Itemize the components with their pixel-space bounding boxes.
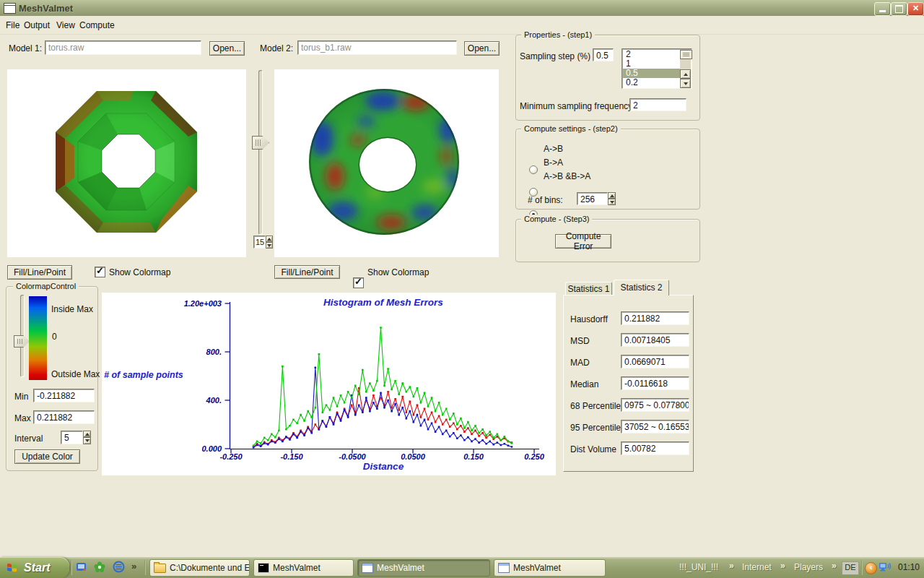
separation-slider-thumb[interactable] [252,136,269,150]
chart-x-axis-label: Distance [225,461,542,472]
toolbar-internet-label[interactable]: Internet [742,562,772,572]
list-option-0p2[interactable]: 0.2 [623,78,680,87]
interval-spin-up[interactable] [83,431,91,437]
menu-output[interactable]: Output [24,20,50,31]
sampling-step-field[interactable]: 0.5 [593,48,614,61]
separation-slider-track[interactable] [258,70,263,235]
sampling-step-listbox[interactable]: 2 1 0.5 0.2 [622,48,692,89]
separation-spin-down[interactable] [266,242,273,249]
model1-open-button[interactable]: Open... [209,41,245,56]
taskbar-button-meshvalmet-active[interactable]: MeshValmet [357,559,490,577]
stat-field-mad[interactable]: 0.0669071 [621,355,689,368]
toolbar-players-label[interactable]: Players [794,562,823,572]
quick-launch-flower-icon[interactable] [94,561,105,573]
model2-open-button[interactable]: Open... [464,41,500,56]
x-tick-label: 0.250 [524,452,544,461]
histogram-chart: Histogram of Mesh Errors # of sample poi… [102,293,556,475]
model1-filename-field[interactable]: torus.raw [45,40,201,55]
fill-line-point-button-right[interactable]: Fill/Line/Point [274,265,340,279]
up-arrow-icon [610,194,614,197]
tab-statistics-1[interactable]: Statistics 1 [565,282,612,296]
minimize-button[interactable] [874,2,891,16]
stat-label-68-percentile: 68 Percentile [570,401,621,411]
toolbar-chevron-3[interactable]: » [832,561,837,571]
tray-hide-icons-button[interactable]: ‹ [865,562,877,574]
scrollbar-up-button[interactable] [680,69,691,79]
stat-label-dist-volume: Dist Volume [570,444,616,454]
interval-field[interactable]: 5 [61,431,83,444]
app-icon [4,3,16,14]
x-tick-label: 0.150 [463,452,484,461]
separation-spinner[interactable] [266,236,273,249]
show-colormap-checkbox-right[interactable] [353,277,364,288]
stat-field-dist-volume[interactable]: 5.00782 [621,441,689,455]
max-field[interactable]: 0.211882 [33,410,95,424]
quick-launch-desktop-icon[interactable] [76,561,87,573]
taskbar-button-console[interactable]: MeshValmet [253,559,354,577]
bins-field[interactable]: 256 [577,192,608,205]
restore-button[interactable] [891,2,907,16]
taskbar-button-explorer[interactable]: C:\Dokumente und Ei... [149,559,250,577]
start-button[interactable]: Start [0,557,69,578]
fill-line-point-button-left[interactable]: Fill/Line/Point [7,265,72,280]
stat-field-95-percentile[interactable]: 37052 ~ 0.165533 [621,420,689,434]
stat-label-median: Median [570,379,598,389]
title-bar[interactable]: MeshValmet [0,0,924,16]
colormap-group-title: ColormapControl [13,282,79,290]
scrollbar-thumb[interactable] [680,50,692,59]
compute-settings-group-title: Compute settings - (step2) [521,124,621,133]
chart-plot-area: 0.000400.800.1.20e+003-0.250-0.150-0.050… [102,293,556,475]
min-label: Min [14,392,28,402]
windows-flag-icon [6,561,19,574]
quick-launch-ie-icon[interactable] [113,561,125,573]
model2-filename-field[interactable]: torus_b1.raw [297,40,457,55]
tray-separator [861,560,863,575]
interval-spin-down[interactable] [83,437,91,444]
menu-file[interactable]: File [6,20,19,31]
close-button[interactable]: ✕ [907,2,924,16]
compute-error-button[interactable]: Compute Error [555,234,611,249]
tab-statistics-2[interactable]: Statistics 2 [614,280,669,296]
quick-launch-separator [71,560,72,575]
min-field[interactable]: -0.211882 [33,389,95,402]
toolbar-uni-label[interactable]: !!!_UNI_!!! [679,562,718,572]
bins-spin-up[interactable] [608,192,616,199]
series-b-a [253,387,513,448]
toolbar-chevron-2[interactable]: » [780,561,785,571]
taskbar-button-meshvalmet[interactable]: MeshValmet [494,559,606,577]
menu-view[interactable]: View [56,20,75,31]
language-indicator[interactable]: DE [842,561,859,575]
menu-compute[interactable]: Compute [79,20,115,31]
meshvalmet-window: MeshValmet ✕ File Output View Compute Mo… [0,0,924,578]
bins-label: # of bins: [528,195,563,205]
radio-both-directions-label: A->B &B->A [544,171,590,181]
bins-spin-down[interactable] [608,199,616,205]
viewport-model2[interactable] [274,69,499,257]
list-option-2[interactable]: 2 [623,50,680,59]
x-tick-label: -0.0500 [339,452,366,461]
radio-a-to-b[interactable] [529,165,538,174]
tray-volume-network-icon[interactable] [879,561,892,574]
stat-field-msd[interactable]: 0.00718405 [621,333,689,347]
stat-field-68-percentile[interactable]: 0975 ~ 0.0778005 [621,398,689,412]
update-color-button[interactable]: Update Color [14,449,80,464]
show-colormap-label-right: Show Colormap [367,267,429,277]
minimize-icon [879,10,886,12]
chart-title: Histogram of Mesh Errors [225,297,542,308]
interval-spinner[interactable] [83,431,91,444]
toolbar-chevron-1[interactable]: » [729,561,734,571]
window-icon [362,563,373,573]
tray-clock: 01:10 [894,557,924,578]
scrollbar-down-button[interactable] [680,79,691,88]
min-sampling-frequency-field[interactable]: 2 [629,98,687,111]
quick-launch-overflow-chevron[interactable]: » [131,561,136,571]
bins-spinner[interactable] [608,192,616,205]
show-colormap-checkbox-left[interactable] [95,267,105,277]
inside-max-label: Inside Max [51,304,93,314]
stat-field-hausdorff[interactable]: 0.211882 [621,311,689,325]
listbox-scrollbar[interactable] [680,50,691,87]
stat-field-median[interactable]: -0.0116618 [621,376,689,390]
viewport-model1[interactable] [7,69,246,257]
separation-value-field[interactable]: 15 [253,236,266,249]
separation-spin-up[interactable] [266,236,273,242]
